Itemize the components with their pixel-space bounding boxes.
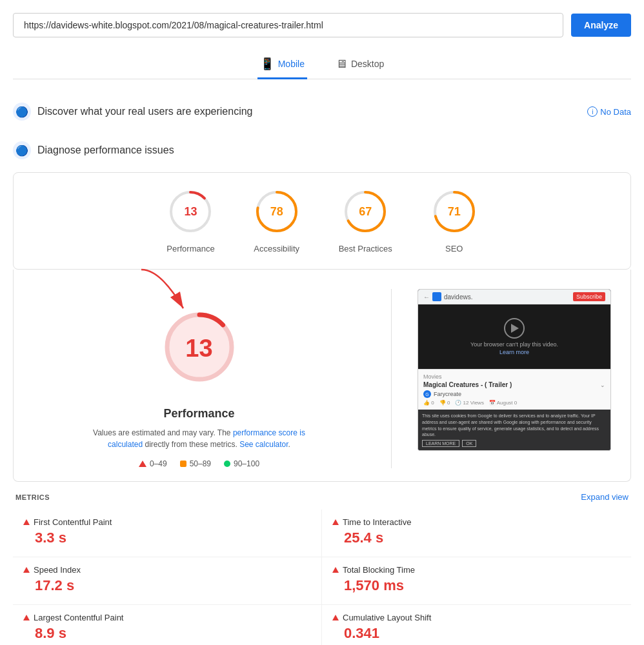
url-bar-row: Analyze — [13, 13, 631, 37]
expand-view-link[interactable]: Expand view — [581, 492, 629, 502]
preview-channel: G Farycreate — [423, 390, 605, 398]
metric-cls-icon — [332, 615, 339, 620]
performance-score: 13 — [184, 205, 197, 219]
page-wrapper: Analyze 📱 Mobile 🖥 Desktop 🔵 Discover wh… — [0, 0, 644, 645]
metric-cls: Cumulative Layout Shift 0.341 — [322, 605, 631, 645]
metric-si-name: Speed Index — [34, 565, 81, 575]
legend-avg-icon — [180, 461, 186, 467]
real-users-icon: 🔵 — [13, 103, 31, 121]
preview-site-name: davidews. — [444, 293, 570, 301]
diagnose-title: Diagnose performance issues — [37, 144, 631, 156]
big-circle-wrap: 13 — [161, 308, 238, 388]
perf-desc-text2: directly from these metrics. — [145, 440, 237, 449]
seo-score: 71 — [448, 205, 461, 219]
legend-avg-range: 50–89 — [190, 459, 211, 468]
ok-btn[interactable]: OK — [462, 440, 476, 447]
mobile-icon: 📱 — [260, 57, 274, 71]
accessibility-score: 78 — [270, 205, 283, 219]
see-calculator-link[interactable]: See calculator — [239, 440, 288, 449]
metric-fcp-icon — [23, 519, 30, 525]
metric-lcp-value: 8.9 s — [35, 625, 311, 642]
performance-circle: 13 — [167, 188, 214, 235]
metric-tti-value: 25.4 s — [344, 530, 621, 546]
preview-panel: ← davidews. Subscribe Your browser can't… — [418, 289, 611, 451]
metric-fcp-name: First Contentful Paint — [34, 517, 112, 527]
legend-pass: 90–100 — [224, 459, 259, 468]
metric-lcp: Largest Contentful Paint 8.9 s — [13, 605, 322, 645]
play-triangle — [511, 324, 519, 333]
performance-label: Performance — [166, 244, 214, 253]
cookie-text: This site uses cookies from Google to de… — [422, 413, 607, 438]
metric-lcp-name-row: Largest Contentful Paint — [23, 613, 311, 622]
preview-favicon — [432, 292, 441, 301]
metric-tbt: Total Blocking Time 1,570 ms — [322, 557, 631, 605]
best-practices-circle: 67 — [342, 188, 388, 235]
perf-desc-text1: Values are estimated and may vary. The — [93, 428, 230, 437]
metric-tbt-name: Total Blocking Time — [343, 565, 415, 575]
metrics-title: METRICS — [15, 493, 50, 501]
metric-tti-name: Time to Interactive — [343, 517, 411, 527]
desktop-icon: 🖥 — [336, 57, 347, 71]
vertical-divider — [391, 289, 392, 468]
preview-likes: 👍 0 — [423, 400, 434, 406]
arrow-container — [122, 263, 212, 323]
preview-video-title: Magical Creatures - ( Trailer ) — [423, 381, 512, 388]
tab-mobile[interactable]: 📱 Mobile — [257, 50, 307, 79]
learn-more-btn[interactable]: LEARN MORE — [422, 440, 459, 447]
metric-fcp: First Contentful Paint 3.3 s — [13, 510, 322, 557]
no-data-label: No Data — [600, 107, 631, 117]
metrics-header: METRICS Expand view — [13, 492, 631, 502]
perf-desc-text3: . — [288, 440, 290, 449]
info-icon: i — [587, 106, 598, 117]
play-icon — [504, 318, 525, 339]
cookie-buttons: LEARN MORE OK — [422, 440, 607, 447]
metric-cls-name-row: Cumulative Layout Shift — [332, 613, 621, 622]
score-item-performance: 13 Performance — [166, 188, 214, 253]
legend-average: 50–89 — [180, 459, 211, 468]
preview-video-area: Your browser can't play this video. Lear… — [418, 304, 610, 369]
real-users-section: 🔵 Discover what your real users are expe… — [13, 95, 631, 128]
tab-desktop-label: Desktop — [351, 59, 384, 69]
metric-fcp-value: 3.3 s — [35, 530, 311, 546]
analyze-button[interactable]: Analyze — [571, 14, 631, 37]
legend-fail-range: 0–49 — [150, 459, 167, 468]
metric-si: Speed Index 17.2 s — [13, 557, 322, 605]
metric-tbt-icon — [332, 567, 339, 573]
score-circles: 13 Performance 78 Accessibility — [24, 188, 620, 253]
preview-views: 🕐 12 Views — [455, 400, 484, 406]
metric-fcp-name-row: First Contentful Paint — [23, 517, 311, 527]
real-users-title: Discover what your real users are experi… — [37, 106, 581, 117]
perf-desc: Values are estimated and may vary. The p… — [83, 427, 316, 450]
seo-circle: 71 — [431, 188, 478, 235]
metric-lcp-icon — [23, 615, 30, 620]
metric-lcp-name: Largest Contentful Paint — [34, 613, 123, 622]
preview-browser-bar: ← davidews. Subscribe — [418, 290, 610, 304]
legend-pass-range: 90–100 — [234, 459, 259, 468]
preview-subscribe-btn: Subscribe — [573, 292, 605, 301]
preview-date: 📅 August 0 — [489, 400, 517, 406]
metric-tti-name-row: Time to Interactive — [332, 517, 621, 527]
metric-tti: Time to Interactive 25.4 s — [322, 510, 631, 557]
preview-info-row: Movies Magical Creatures - ( Trailer ) ⌄… — [418, 369, 610, 410]
diagnose-icon: 🔵 — [13, 141, 31, 159]
seo-label: SEO — [445, 244, 463, 253]
tab-desktop[interactable]: 🖥 Desktop — [333, 50, 387, 79]
preview-image: ← davidews. Subscribe Your browser can't… — [418, 289, 611, 451]
preview-title-row: Magical Creatures - ( Trailer ) ⌄ — [423, 381, 605, 388]
metric-cls-value: 0.341 — [344, 625, 621, 642]
preview-movies-tag: Movies — [423, 373, 605, 380]
back-arrow: ← — [423, 293, 430, 301]
perf-left: 13 Performance Values are estimated and … — [33, 289, 365, 468]
url-input[interactable] — [13, 13, 563, 37]
metric-si-name-row: Speed Index — [23, 565, 311, 575]
metric-si-icon — [23, 567, 30, 573]
tab-mobile-label: Mobile — [278, 59, 305, 69]
preview-cookie-banner: This site uses cookies from Google to de… — [418, 410, 610, 450]
best-practices-score: 67 — [359, 205, 372, 219]
preview-dislikes: 👎 0 — [439, 400, 450, 406]
preview-expand-icon: ⌄ — [600, 382, 605, 388]
no-data-link[interactable]: i No Data — [587, 106, 631, 117]
preview-channel-icon: G — [423, 390, 431, 398]
big-score-value: 13 — [185, 334, 212, 362]
accessibility-circle: 78 — [254, 188, 300, 235]
